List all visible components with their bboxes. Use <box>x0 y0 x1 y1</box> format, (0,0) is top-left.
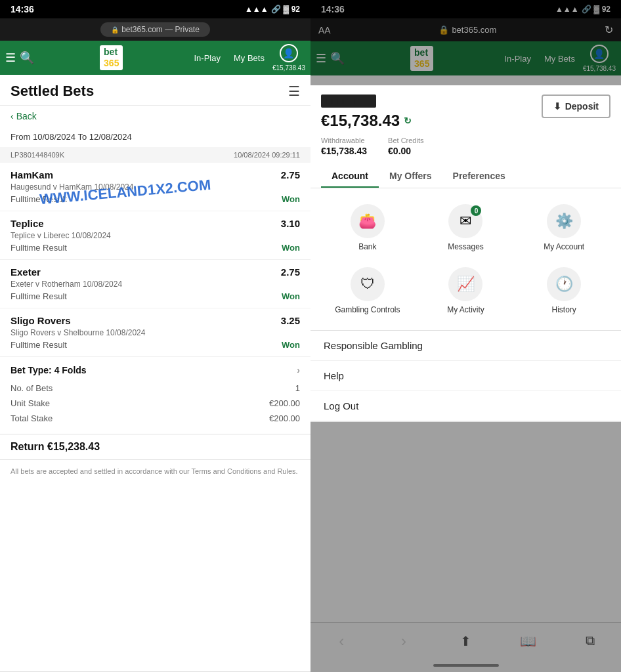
deposit-button[interactable]: ⬇ Deposit <box>542 94 610 118</box>
menu-item-my-account[interactable]: ⚙️ My Account <box>517 199 610 257</box>
bet-item-2: Teplice 3.10 Teplice v Liberec 10/08/202… <box>0 211 310 260</box>
url-bar[interactable]: 🔒 bet365.com — Private <box>100 22 210 37</box>
total-stake-value: €200.00 <box>269 413 300 423</box>
bet-match-3: Exeter v Rotherham 10/08/2024 <box>11 280 300 289</box>
bet-market-4: Fulltime Result <box>11 340 67 350</box>
back-label: Back <box>16 111 37 121</box>
nav-right-controls: In-Play My Bets 👤 €15,738.43 <box>189 44 306 72</box>
bet-type-label: Bet Type: 4 Folds <box>11 365 87 375</box>
bank-label: Bank <box>358 242 376 251</box>
bet-market-3: Fulltime Result <box>11 291 67 301</box>
messages-badge: 0 <box>471 205 481 216</box>
no-of-bets-label: No. of Bets <box>11 383 53 393</box>
account-dropdown: ■■■■■■■■ €15,738.43 ↻ ⬇ Deposit Withdraw… <box>310 85 621 422</box>
bet365-logo-container: bet365 <box>34 45 189 70</box>
bet-match-2: Teplice v Liberec 10/08/2024 <box>11 231 300 240</box>
account-balance: €15,738.43 <box>321 112 400 130</box>
link-icon: 🔗 <box>271 5 281 14</box>
history-icon: 🕐 <box>547 267 581 301</box>
menu-item-history[interactable]: 🕐 History <box>517 262 610 320</box>
nav-left-controls: ☰ 🔍 <box>5 51 34 65</box>
withdrawable-label: Withdrawable <box>321 136 367 144</box>
bet-team-2: Teplice <box>11 218 44 229</box>
menu-item-bank[interactable]: 👛 Bank <box>321 199 414 257</box>
bet-credits-label: Bet Credits <box>388 136 423 144</box>
bet-item-4: Sligo Rovers 3.25 Sligo Rovers v Shelbou… <box>0 308 310 357</box>
gambling-controls-label: Gambling Controls <box>335 305 400 314</box>
bet-market-1: Fulltime Result <box>11 194 67 204</box>
account-menu-grid: 👛 Bank ✉ 0 Messages ⚙️ My Account 🛡 <box>310 188 621 331</box>
slip-ref: LP3801448409K <box>11 151 64 159</box>
back-button[interactable]: ‹ Back <box>0 106 310 127</box>
return-row: Return €15,238.43 <box>0 434 310 460</box>
nav-inplay[interactable]: In-Play <box>189 53 226 63</box>
bet-result-1: Won <box>282 194 300 204</box>
bet-odds-2: 3.10 <box>281 218 300 229</box>
tab-account[interactable]: Account <box>321 164 379 188</box>
bet365-logo: bet365 <box>100 45 123 70</box>
account-list-items: Responsible Gambling Help Log Out <box>310 331 621 421</box>
withdrawable-value: €15,738.43 <box>321 146 367 156</box>
history-label: History <box>551 305 576 314</box>
left-status-bar: 14:36 ▲▲▲ 🔗 ▓ 92 <box>0 0 310 18</box>
bet-type-chevron-icon: › <box>297 365 300 375</box>
bet-match-1: Haugesund v HamKam 10/08/2024 <box>11 182 300 192</box>
bet-odds-3: 2.75 <box>281 266 300 278</box>
tab-preferences[interactable]: Preferences <box>442 164 516 188</box>
right-panel: 14:36 ▲▲▲ 🔗 ▓ 92 AA 🔒 bet365.com ↻ ☰ 🔍 b… <box>310 0 621 672</box>
bet-team-3: Exeter <box>11 266 41 278</box>
account-icon: 👤 <box>280 44 298 62</box>
slip-date: 10/08/2024 09:29:11 <box>234 151 300 159</box>
url-text: bet365.com — Private <box>121 25 200 34</box>
total-stake-row: Total Stake €200.00 <box>11 411 300 426</box>
balance-refresh-icon[interactable]: ↻ <box>404 116 412 126</box>
gambling-controls-icon: 🛡 <box>351 267 385 301</box>
my-account-icon: ⚙️ <box>547 204 581 238</box>
deposit-icon: ⬇ <box>553 101 561 112</box>
masked-name: ■■■■■■■■ <box>321 94 376 108</box>
search-icon[interactable]: 🔍 <box>20 51 34 65</box>
responsible-gambling-item[interactable]: Responsible Gambling <box>310 331 621 361</box>
date-range: From 10/08/2024 To 12/08/2024 <box>0 127 310 147</box>
messages-label: Messages <box>448 242 484 251</box>
slip-header: LP3801448409K 10/08/2024 09:29:11 <box>0 147 310 163</box>
battery-icon: ▓ 92 <box>284 5 300 14</box>
menu-item-my-activity[interactable]: 📈 My Activity <box>419 262 513 320</box>
page-title: Settled Bets <box>11 83 94 100</box>
help-item[interactable]: Help <box>310 361 621 391</box>
disclaimer: All bets are accepted and settled in acc… <box>0 460 310 483</box>
hamburger-icon[interactable]: ☰ <box>5 51 16 65</box>
my-account-label: My Account <box>544 242 584 251</box>
account-header-section: ■■■■■■■■ €15,738.43 ↻ ⬇ Deposit <box>310 85 621 136</box>
account-tabs: Account My Offers Preferences <box>310 164 621 188</box>
bet-result-2: Won <box>282 243 300 253</box>
bet-type-section[interactable]: Bet Type: 4 Folds › No. of Bets 1 Unit S… <box>0 357 310 434</box>
bet-item-3: Exeter 2.75 Exeter v Rotherham 10/08/202… <box>0 260 310 308</box>
left-browser-bar: 🔒 bet365.com — Private <box>0 18 310 41</box>
bet-credits-value: €0.00 <box>388 146 423 156</box>
bet-match-4: Sligo Rovers v Shelbourne 10/08/2024 <box>11 328 300 337</box>
left-time: 14:36 <box>11 4 34 14</box>
bet-item-1: HamKam 2.75 Haugesund v HamKam 10/08/202… <box>0 163 310 211</box>
tab-my-offers[interactable]: My Offers <box>379 164 442 188</box>
bet-odds-4: 3.25 <box>281 315 300 326</box>
page-header: Settled Bets ☰ <box>0 75 310 106</box>
nav-mybets[interactable]: My Bets <box>234 53 265 63</box>
options-icon[interactable]: ☰ <box>288 83 300 99</box>
my-activity-label: My Activity <box>447 305 484 314</box>
nav-balance-btn[interactable]: 👤 €15,738.43 <box>272 44 305 72</box>
bet-team-4: Sligo Rovers <box>11 315 71 326</box>
nav-balance: €15,738.43 <box>272 64 305 72</box>
menu-item-messages[interactable]: ✉ 0 Messages <box>419 199 513 257</box>
left-nav-bar: ☰ 🔍 bet365 In-Play My Bets 👤 €15,738.43 <box>0 41 310 75</box>
bet-team-1: HamKam <box>11 169 53 180</box>
messages-icon: ✉ 0 <box>448 204 482 238</box>
bet-odds-1: 2.75 <box>281 169 300 180</box>
balance-amount: €15,738.43 ↻ <box>321 112 412 130</box>
menu-item-gambling-controls[interactable]: 🛡 Gambling Controls <box>321 262 414 320</box>
logout-item[interactable]: Log Out <box>310 391 621 421</box>
unit-stake-label: Unit Stake <box>11 398 50 408</box>
bet-result-4: Won <box>282 340 300 350</box>
signal-icon: ▲▲▲ <box>245 5 268 14</box>
unit-stake-value: €200.00 <box>269 398 300 408</box>
